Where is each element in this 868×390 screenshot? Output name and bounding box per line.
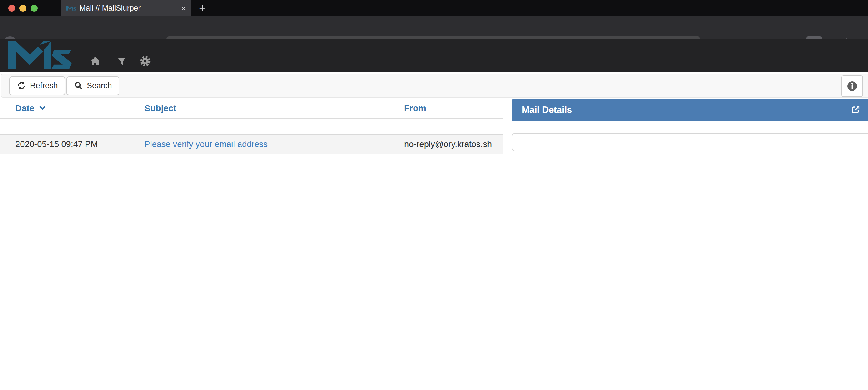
subject-header-label: Subject <box>145 103 176 113</box>
search-label: Search <box>87 81 112 90</box>
info-button[interactable] <box>841 75 863 97</box>
window-close-button[interactable] <box>8 5 15 12</box>
from-header-label: From <box>404 103 426 113</box>
screen: Mail // MailSlurper × + <box>0 0 868 390</box>
browser-tab-bar: Mail // MailSlurper × + <box>0 0 868 17</box>
refresh-button[interactable]: Refresh <box>9 76 66 95</box>
column-header-from[interactable]: From <box>404 103 426 113</box>
info-sign-icon <box>846 80 858 91</box>
search-button[interactable]: Search <box>66 76 120 95</box>
window-zoom-button[interactable] <box>30 5 37 12</box>
tab-close-icon[interactable]: × <box>178 3 189 13</box>
table-row[interactable]: 2020-05-15 09:47 PM Please verify your e… <box>0 133 503 154</box>
new-tab-button[interactable]: + <box>196 2 209 15</box>
nav-home-icon[interactable] <box>90 56 100 66</box>
window-minimize-button[interactable] <box>19 5 26 12</box>
mail-details-title: Mail Details <box>522 98 572 121</box>
mail-details-panel-header: Mail Details <box>512 98 868 121</box>
sort-chevron-down-icon <box>38 105 45 111</box>
mailslurper-logo <box>8 41 71 69</box>
date-header-label: Date <box>15 103 34 113</box>
tab-title: Mail // MailSlurper <box>80 0 141 17</box>
nav-filter-icon[interactable] <box>117 57 126 66</box>
nav-settings-gear-icon[interactable] <box>140 55 151 67</box>
column-header-subject[interactable]: Subject <box>145 103 176 113</box>
column-header-date[interactable]: Date <box>15 103 45 113</box>
mail-date: 2020-05-15 09:47 PM <box>15 134 98 154</box>
mail-list-header: Date Subject From <box>0 98 503 119</box>
action-toolbar: Refresh Search <box>1 73 868 97</box>
refresh-icon <box>17 81 26 90</box>
refresh-label: Refresh <box>30 81 58 90</box>
table-row-empty <box>0 121 503 133</box>
external-link-icon[interactable] <box>850 104 860 114</box>
mail-from: no-reply@ory.kratos.sh <box>404 134 492 154</box>
browser-tab[interactable]: Mail // MailSlurper × <box>61 0 191 17</box>
app-navbar <box>0 39 868 71</box>
search-icon <box>74 81 83 90</box>
mailslurper-favicon-icon <box>66 5 76 11</box>
mail-details-content <box>512 133 868 151</box>
mail-subject-link[interactable]: Please verify your email address <box>145 134 268 154</box>
browser-toolbar: 127.0.0.1:4436 ••• <box>0 17 868 39</box>
